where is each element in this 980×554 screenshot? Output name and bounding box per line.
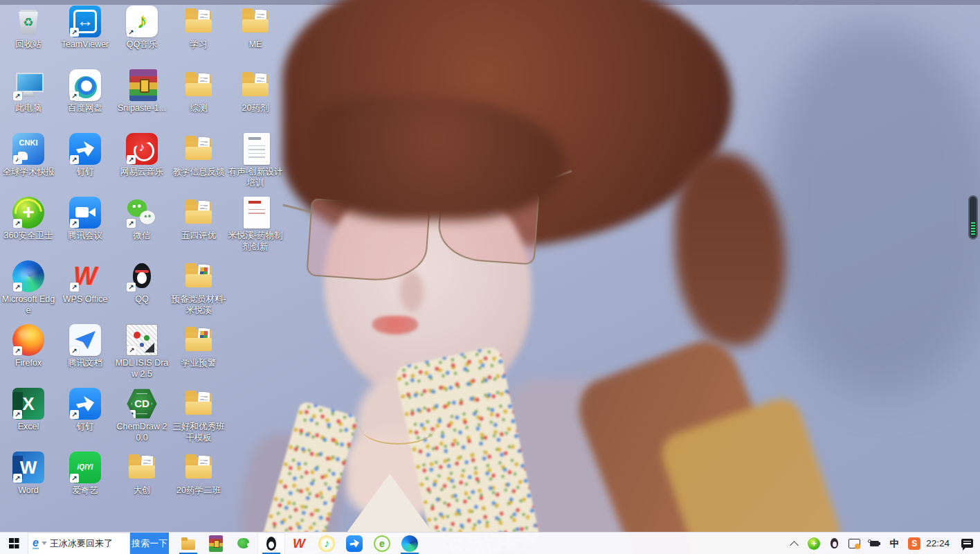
desktop-icon-yousheng-doc[interactable]: 有声-创新设计培训 bbox=[227, 129, 284, 193]
desktop-icon-recycle-bin[interactable]: 回收站 bbox=[0, 1, 57, 65]
folder-tab bbox=[242, 72, 253, 78]
desktop-icon-teamviewer[interactable]: ↗TeamViewer bbox=[57, 1, 114, 65]
pharmacy20-folder-icon bbox=[239, 69, 271, 101]
pharmacy-class-folder-icon bbox=[183, 452, 215, 483]
icon-label: 三好和优秀班干模板 bbox=[171, 421, 226, 443]
icon-label: 微信 bbox=[114, 230, 170, 241]
icon-label: 大创 bbox=[114, 485, 170, 496]
icon-label: 360安全卫士 bbox=[1, 230, 56, 241]
wusi-folder-icon bbox=[183, 197, 215, 229]
desktop-icon-wechat[interactable]: ↗微信 bbox=[114, 193, 170, 256]
chemdraw-icon: CD↗ bbox=[126, 388, 158, 420]
desktop-icon-word[interactable]: W↗Word bbox=[0, 447, 57, 511]
desktop-icon-qq[interactable]: ↗QQ bbox=[114, 256, 170, 320]
desktop-icon-dingtalk-2[interactable]: ↗钉钉 bbox=[57, 384, 114, 447]
wechat-icon: ↗ bbox=[126, 197, 158, 229]
search-button[interactable]: 搜索一下 bbox=[130, 533, 169, 554]
input-method-indicator[interactable]: 中 bbox=[888, 537, 900, 550]
taskbar-clock[interactable]: 22:24 bbox=[926, 538, 950, 548]
desktop-icon-party-materials-folder[interactable]: 预备党员材料-米悦溪 bbox=[170, 256, 227, 320]
dachuang-folder-icon bbox=[126, 452, 158, 483]
start-button[interactable] bbox=[0, 533, 28, 554]
taskbar-app-green-app[interactable] bbox=[230, 533, 257, 554]
netease-music-icon: ↗ bbox=[126, 133, 158, 165]
taskbar-app-qq[interactable] bbox=[257, 533, 285, 554]
icon-label: 此电脑 bbox=[1, 102, 56, 114]
qq-icon: ↗ bbox=[126, 260, 158, 292]
desktop-icon-sanhao-folder[interactable]: 三好和优秀班干模板 bbox=[170, 384, 227, 447]
search-input[interactable] bbox=[50, 538, 119, 548]
icon-label: ChemDraw 20.0 bbox=[114, 421, 170, 443]
display-tray[interactable] bbox=[848, 537, 860, 550]
yousheng-doc-icon bbox=[244, 133, 270, 165]
meter-stripes bbox=[971, 222, 975, 236]
desktop-icon-study-folder[interactable]: 学习 bbox=[170, 1, 227, 65]
icon-label: 钉钉 bbox=[57, 421, 113, 432]
study-folder-icon bbox=[183, 6, 215, 37]
desktop-icon-miyuexi-doc[interactable]: 米悦溪-药物制剂创新 bbox=[227, 193, 284, 256]
360-safety-tray[interactable] bbox=[808, 537, 820, 550]
desktop-icon-iqiyi[interactable]: iQIYI↗爱奇艺 bbox=[57, 447, 114, 511]
search-box[interactable]: e bbox=[28, 533, 130, 554]
shortcut-arrow-icon: ↗ bbox=[13, 474, 22, 483]
microsoft-edge-icon bbox=[401, 535, 418, 552]
desktop-icon-cnki-express[interactable]: CNKI↗全球学术快报 bbox=[0, 129, 57, 193]
battery-tray[interactable] bbox=[868, 537, 880, 550]
action-center-button[interactable] bbox=[956, 533, 977, 554]
icon-art bbox=[197, 10, 210, 26]
qq-music-icon: ↗ bbox=[126, 6, 158, 37]
shortcut-arrow-icon: ↗ bbox=[13, 410, 22, 419]
tencent-meeting-icon: ↗ bbox=[69, 197, 101, 229]
desktop-icon-microsoft-edge[interactable]: ↗Microsoft Edge bbox=[0, 256, 57, 320]
icon-art bbox=[140, 456, 153, 472]
shortcut-arrow-icon: ↗ bbox=[127, 28, 136, 37]
icon-label: 回收站 bbox=[1, 39, 56, 50]
desktop-icon-netease-music[interactable]: ↗网易云音乐 bbox=[114, 129, 170, 193]
desktop-icon-dingtalk[interactable]: ↗钉钉 bbox=[57, 129, 114, 193]
desktop-icon-360-safeguard[interactable]: ↗360安全卫士 bbox=[0, 193, 57, 256]
desktop-icon-baidu-netdisk[interactable]: ↗百度网盘 bbox=[57, 65, 114, 129]
desktop-icon-academic-warning-folder[interactable]: 学业预警 bbox=[170, 320, 227, 384]
taskbar-app-wps-office[interactable]: W bbox=[285, 533, 313, 554]
icon-label: 爱奇艺 bbox=[57, 485, 113, 496]
icon-label: 20药剂 bbox=[228, 102, 283, 114]
icon-art: e bbox=[375, 537, 389, 551]
desktop-icon-teaching-feedback-folder[interactable]: 教学信息反馈 bbox=[170, 129, 227, 193]
desktop-icon-wusi-folder[interactable]: 五四评优 bbox=[170, 193, 227, 256]
desktop-icon-firefox[interactable]: ↗Firefox bbox=[0, 320, 57, 384]
desktop-icon-pharmacy-class-folder[interactable]: 20药学二班 bbox=[170, 447, 227, 511]
system-tray: 中S bbox=[788, 537, 920, 550]
iqiyi-icon: iQIYI↗ bbox=[69, 452, 101, 483]
ie-browser-icon: e bbox=[33, 538, 39, 549]
desktop-icon-tencent-meeting[interactable]: ↗腾讯会议 bbox=[57, 193, 114, 256]
snipaste-tray[interactable]: S bbox=[908, 537, 920, 550]
taskbar-app-qq-music[interactable]: ♪ bbox=[313, 533, 341, 554]
icon-label: 全球学术快报 bbox=[1, 166, 56, 177]
taskbar-app-microsoft-edge[interactable] bbox=[396, 533, 424, 554]
icon-art: ♪ bbox=[318, 535, 335, 552]
desktop-icon-zongce-folder[interactable]: 综测 bbox=[170, 65, 227, 129]
folder-tab bbox=[185, 72, 197, 78]
desktop-icon-excel[interactable]: X↗Excel bbox=[0, 384, 57, 447]
file-explorer-icon bbox=[180, 535, 197, 552]
winrar-icon bbox=[209, 535, 223, 552]
desktop-icon-isis-draw[interactable]: ↗MDL ISIS Draw 2.5 bbox=[114, 320, 170, 384]
desktop-icon-tencent-docs[interactable]: ↗腾讯文档 bbox=[57, 320, 114, 384]
shortcut-arrow-icon: ↗ bbox=[13, 283, 22, 292]
desktop-icon-chemdraw[interactable]: CD↗ChemDraw 20.0 bbox=[114, 384, 170, 447]
desktop-icon-qq-music[interactable]: ↗QQ音乐 bbox=[114, 1, 170, 65]
desktop-icon-this-pc[interactable]: ↗此电脑 bbox=[0, 65, 57, 129]
desktop-icon-wps-office[interactable]: W↗WPS Office bbox=[57, 256, 114, 320]
desktop-icon-pharmacy20-folder[interactable]: 20药剂 bbox=[227, 65, 284, 129]
tray-expand[interactable] bbox=[788, 537, 800, 550]
desktop-icon-dachuang-folder[interactable]: 大创 bbox=[114, 447, 170, 511]
zongce-folder-icon bbox=[183, 69, 215, 101]
desktop-icon-me-folder[interactable]: ME bbox=[227, 1, 284, 65]
desktop-icon-snipaste-archive[interactable]: Snipaste-1... bbox=[114, 65, 170, 129]
taskbar-app-dingtalk[interactable] bbox=[341, 533, 368, 554]
qq-tray[interactable] bbox=[828, 537, 840, 550]
excel-icon: X↗ bbox=[12, 388, 44, 420]
taskbar-app-file-explorer[interactable] bbox=[174, 533, 202, 554]
taskbar-app-winrar[interactable] bbox=[202, 533, 230, 554]
taskbar-app-360-browser[interactable]: e bbox=[368, 533, 396, 554]
